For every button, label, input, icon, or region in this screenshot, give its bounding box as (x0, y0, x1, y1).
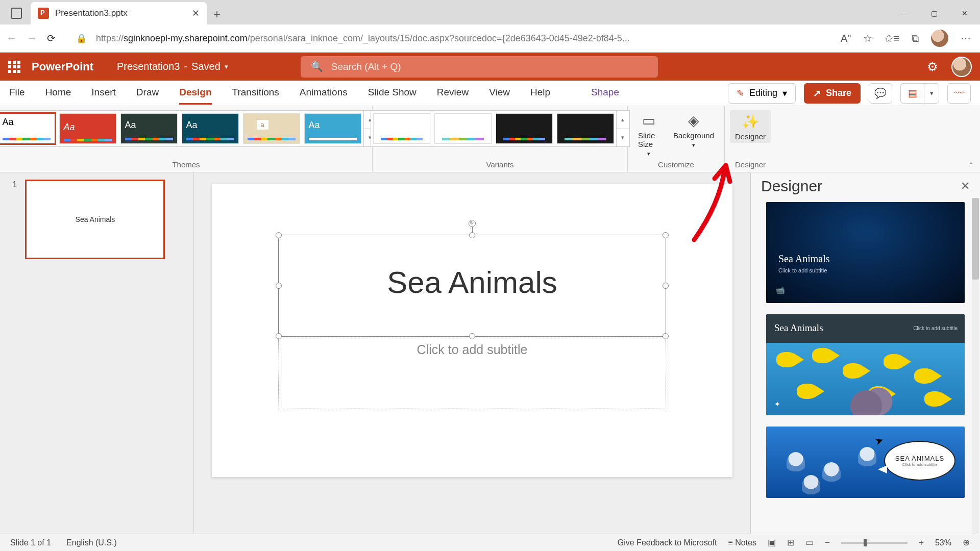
app-launcher-icon[interactable] (8, 61, 20, 73)
slide-counter[interactable]: Slide 1 of 1 (10, 538, 51, 547)
resize-handle[interactable] (276, 283, 282, 289)
variant-item[interactable] (373, 113, 430, 144)
slide-canvas[interactable]: Sea Animals Click to add subtitle (212, 184, 732, 477)
site-info-icon[interactable]: 🔒 (76, 33, 87, 44)
design-suggestion[interactable]: SEA ANIMALS Click to add subtitle (766, 427, 965, 498)
close-pane-icon[interactable]: ✕ (961, 180, 970, 193)
tab-animations[interactable]: Animations (300, 82, 348, 105)
zoom-out-button[interactable]: − (825, 538, 830, 548)
resize-handle[interactable] (663, 232, 669, 238)
back-button[interactable]: ← (6, 32, 17, 45)
tab-review[interactable]: Review (437, 82, 469, 105)
pencil-icon: ✎ (737, 88, 744, 99)
theme-item[interactable]: Aa (59, 113, 116, 144)
designer-button[interactable]: ✨ Designer (730, 110, 771, 143)
slide-thumbnail[interactable]: Sea Animals (25, 180, 165, 259)
tab-view[interactable]: View (489, 82, 510, 105)
favorite-star-icon[interactable]: ☆ (863, 32, 872, 44)
tab-slideshow[interactable]: Slide Show (368, 82, 416, 105)
fit-to-window-icon[interactable]: ⊕ (963, 537, 970, 548)
reading-view-icon[interactable]: ▭ (805, 537, 814, 548)
normal-view-icon[interactable]: ▣ (768, 537, 776, 548)
tab-draw[interactable]: Draw (136, 82, 159, 105)
title-text-box[interactable]: Sea Animals (278, 235, 666, 337)
tab-file[interactable]: File (9, 82, 25, 105)
sorter-view-icon[interactable]: ⊞ (787, 537, 794, 548)
theme-item[interactable]: Aa (182, 113, 239, 144)
tab-help[interactable]: Help (530, 82, 550, 105)
theme-item[interactable]: Aa (120, 113, 178, 144)
variant-item[interactable] (496, 113, 553, 144)
zoom-in-button[interactable]: + (919, 538, 924, 548)
subtitle-text-box[interactable]: Click to add subtitle (278, 338, 666, 409)
designer-wand-icon: ✨ (742, 113, 760, 130)
close-window-button[interactable]: ✕ (949, 2, 980, 24)
feedback-link[interactable]: Give Feedback to Microsoft (618, 538, 717, 547)
variants-gallery[interactable]: ▴▾ (371, 110, 630, 147)
variant-item[interactable] (557, 113, 614, 144)
background-button[interactable]: ◈ Background ▾ (668, 110, 719, 159)
zoom-level[interactable]: 53% (935, 538, 951, 547)
suggestion-title: Sea Animals (778, 253, 830, 265)
language-indicator[interactable]: English (U.S.) (66, 538, 117, 547)
editing-mode-button[interactable]: ✎ Editing ▾ (728, 83, 796, 104)
search-input[interactable]: 🔍 Search (Alt + Q) (301, 56, 658, 78)
settings-gear-icon[interactable]: ⚙ (927, 60, 938, 74)
design-suggestion[interactable]: Sea Animals Click to add subtitle 📹 (766, 202, 965, 303)
design-suggestion[interactable]: Sea Animals Click to add subtitle ✦ (766, 314, 965, 415)
browser-tab-strip: Presentation3.pptx ✕ + — ▢ ✕ (0, 0, 980, 24)
present-dropdown[interactable]: ▾ (924, 83, 939, 104)
slide-canvas-area[interactable]: Sea Animals Click to add subtitle (194, 172, 750, 534)
tab-insert[interactable]: Insert (91, 82, 116, 105)
variant-item[interactable] (434, 113, 492, 144)
tab-transitions[interactable]: Transitions (232, 82, 279, 105)
resize-handle[interactable] (276, 232, 282, 238)
chevron-down-icon: ▾ (782, 88, 787, 99)
group-label-variants: Variants (486, 160, 514, 171)
minimize-button[interactable]: — (888, 2, 919, 24)
theme-item[interactable]: Aa (0, 113, 55, 144)
document-name[interactable]: Presentation3 - Saved ▾ (117, 61, 228, 72)
forward-button: → (27, 32, 38, 45)
resize-handle[interactable] (663, 283, 669, 289)
collections-icon[interactable]: ⧉ (912, 33, 919, 44)
present-button[interactable]: ▤ (900, 83, 924, 104)
reader-mode-icon[interactable]: A" (841, 33, 851, 44)
activity-button[interactable]: 〰 (947, 83, 971, 104)
rotate-handle[interactable] (469, 220, 476, 227)
variants-more-button[interactable]: ▴▾ (616, 111, 629, 146)
share-button[interactable]: ↗ Share (804, 83, 861, 104)
close-tab-icon[interactable]: ✕ (192, 8, 200, 19)
tab-actions-button[interactable] (5, 2, 28, 24)
account-avatar[interactable] (951, 57, 972, 77)
zoom-slider[interactable] (841, 542, 908, 544)
comments-button[interactable]: 💬 (869, 83, 892, 104)
app-header: PowerPoint Presentation3 - Saved ▾ 🔍 Sea… (0, 53, 980, 81)
themes-gallery[interactable]: Aa Aa Aa Aa a Aa ▴▾ (0, 110, 377, 147)
tab-shape[interactable]: Shape (591, 82, 619, 105)
search-placeholder: Search (Alt + Q) (331, 61, 401, 72)
new-tab-button[interactable]: + (207, 4, 227, 24)
theme-item[interactable]: Aa (304, 113, 361, 144)
resize-handle[interactable] (469, 232, 475, 238)
slide-size-icon: ▭ (642, 112, 655, 129)
tab-design[interactable]: Design (179, 82, 211, 105)
notes-button[interactable]: ≡ Notes (728, 538, 757, 547)
url-field[interactable]: https://sginknoepl-my.sharepoint.com/per… (96, 33, 831, 44)
maximize-button[interactable]: ▢ (919, 2, 949, 24)
profile-avatar[interactable] (931, 30, 948, 47)
tab-home[interactable]: Home (45, 82, 71, 105)
more-menu-icon[interactable]: ⋯ (961, 32, 971, 44)
designer-scrollbar[interactable] (972, 198, 979, 534)
suggestion-subtitle: Click to add subtitle (913, 325, 958, 331)
browser-tab[interactable]: Presentation3.pptx ✕ (31, 2, 207, 24)
ribbon-tab-row: File Home Insert Draw Design Transitions… (0, 81, 980, 106)
slide-size-button[interactable]: ▭ Slide Size ▾ (633, 110, 665, 159)
group-label-customize: Customize (658, 160, 694, 171)
slide-title[interactable]: Sea Animals (279, 235, 666, 300)
refresh-button[interactable]: ⟳ (47, 32, 56, 44)
favorites-icon[interactable]: ✩≡ (885, 32, 899, 44)
theme-item[interactable]: a (243, 113, 300, 144)
slide-size-label: Slide Size (638, 131, 660, 148)
app-name: PowerPoint (32, 60, 93, 73)
